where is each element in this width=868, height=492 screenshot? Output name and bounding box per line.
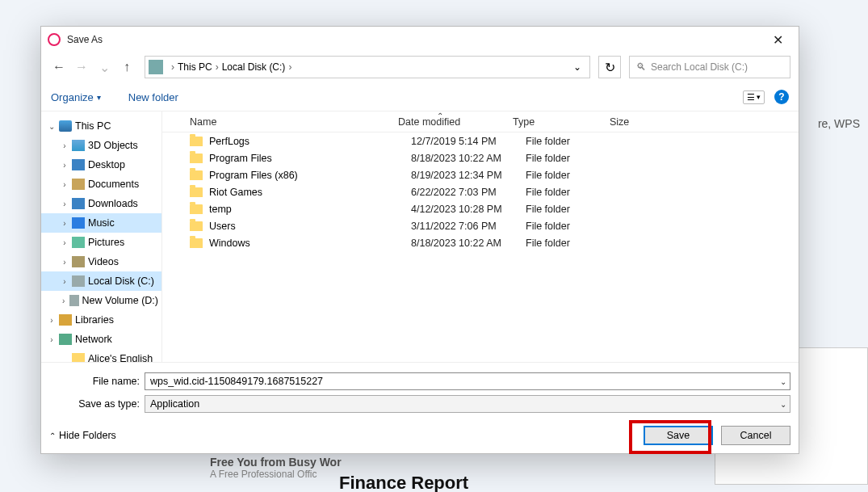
chevron-right-icon[interactable]: › [61,258,69,267]
chevron-right-icon[interactable]: › [61,161,69,170]
folder-icon [190,153,203,163]
breadcrumb-segment[interactable]: This PC [178,61,212,73]
breadcrumb[interactable]: › This PC › Local Disk (C:) › ⌄ [145,56,590,78]
drive-icon [149,60,163,74]
header-date[interactable]: Date modified [398,116,513,128]
forward-button[interactable]: → [72,57,91,77]
save-button[interactable]: Save [644,426,713,445]
cancel-button[interactable]: Cancel [721,426,790,445]
file-type: File folder [526,204,623,215]
header-name[interactable]: Name [190,116,398,128]
organize-button[interactable]: Organize ▾ [51,91,101,103]
hide-folders-button[interactable]: ⌃ Hide Folders [49,430,116,441]
tree-node-label: Downloads [88,198,138,209]
tree-node[interactable]: ›Pictures [41,233,161,252]
breadcrumb-segment[interactable]: Local Disk (C:) [222,61,286,73]
desktop-icon [72,159,85,170]
tree-node[interactable]: ›New Volume (D:) [41,291,161,310]
folder-icon [190,221,203,231]
file-type: File folder [526,136,623,147]
chevron-right-icon[interactable]: › [61,238,69,247]
tree-node[interactable]: ›Music [41,213,161,233]
file-row[interactable]: temp4/12/2023 10:28 PMFile folder [162,200,799,217]
file-row[interactable]: Program Files8/18/2023 10:22 AMFile fold… [162,149,799,166]
navbar: ← → ⌄ ↑ › This PC › Local Disk (C:) › ⌄ … [41,53,799,86]
video-icon [72,256,85,267]
tree-node-label: Network [75,334,112,345]
file-type: File folder [526,238,623,249]
up-button[interactable]: ↑ [117,57,136,77]
filename-value: wps_wid.cid-1150849179.1687515227 [150,376,323,387]
search-placeholder: Search Local Disk (C:) [651,61,748,73]
chevron-right-icon[interactable]: › [61,277,69,286]
chevron-down-icon: ▾ [757,93,761,101]
file-row[interactable]: Riot Games6/22/2022 7:03 PMFile folder [162,183,799,200]
file-rows: PerfLogs12/7/2019 5:14 PMFile folderProg… [162,132,799,251]
chevron-right-icon[interactable]: › [61,200,69,208]
file-type: File folder [526,187,623,198]
filename-input[interactable]: wps_wid.cid-1150849179.1687515227 ⌄ [145,372,790,390]
file-date: 3/11/2022 7:06 PM [411,221,526,232]
file-type: File folder [526,221,623,232]
file-row[interactable]: PerfLogs12/7/2019 5:14 PMFile folder [162,132,799,149]
tree-node[interactable]: ›Downloads [41,194,161,213]
filename-row: File name: wps_wid.cid-1150849179.168751… [49,372,790,390]
save-as-dialog: Save As ✕ ← → ⌄ ↑ › This PC › Local Disk… [40,26,799,454]
file-row[interactable]: Windows8/18/2023 10:22 AMFile folder [162,234,799,251]
file-row[interactable]: Program Files (x86)8/19/2023 12:34 PMFil… [162,166,799,183]
back-button[interactable]: ← [49,57,69,77]
chevron-down-icon[interactable]: ⌄ [780,400,786,409]
tree-node-label: 3D Objects [88,140,138,151]
tree-node-label: Documents [88,179,139,190]
header-type[interactable]: Type [513,116,610,128]
chevron-right-icon[interactable]: › [61,296,66,305]
tree-node[interactable]: ›Documents [41,175,161,194]
tree-node-label: Desktop [88,159,125,170]
tree-node[interactable]: ›Network [41,330,161,349]
chevron-right-icon[interactable]: › [61,180,69,189]
folder-icon [190,238,203,248]
file-name: Users [209,221,411,232]
view-options-button[interactable]: ☰ ▾ [743,90,765,104]
folder-icon [190,137,203,146]
pics-icon [72,237,85,248]
chevron-right-icon[interactable]: › [61,219,69,228]
tree-node[interactable]: ›3D Objects [41,136,161,155]
chevron-right-icon[interactable]: › [61,141,69,150]
tree-node[interactable]: ›Local Disk (C:) [41,271,161,291]
folder-tree[interactable]: ⌄This PC›3D Objects›Desktop›Documents›Do… [41,111,162,362]
file-row[interactable]: Users3/11/2022 7:06 PMFile folder [162,217,799,234]
help-button[interactable]: ? [774,90,789,104]
tree-node[interactable]: ⌄This PC [41,116,161,136]
dialog-bottom: File name: wps_wid.cid-1150849179.168751… [41,362,799,453]
file-list-area: Name ⌃ Date modified Type Size PerfLogs1… [162,111,799,362]
monitor-icon [59,120,72,132]
chevron-down-icon[interactable]: ⌄ [780,377,786,386]
chevron-down-icon[interactable]: ⌄ [568,61,586,73]
dialog-title: Save As [67,34,103,45]
tree-node[interactable]: ›Videos [41,252,161,271]
file-name: Windows [209,238,411,249]
chevron-right-icon: › [168,61,178,73]
lib-icon [59,314,72,326]
chevron-right-icon[interactable]: › [48,316,56,325]
header-size[interactable]: Size [610,116,666,128]
file-date: 8/18/2023 10:22 AM [411,153,526,164]
file-name: PerfLogs [209,136,411,147]
app-icon [48,33,61,46]
dialog-body: ⌄This PC›3D Objects›Desktop›Documents›Do… [41,111,799,362]
savetype-select[interactable]: Application ⌄ [145,395,790,413]
down-icon [72,198,85,209]
recent-button[interactable]: ⌄ [94,57,114,77]
bg-bottom-sub: A Free Professional Offic [210,469,342,480]
refresh-button[interactable]: ↻ [598,56,621,78]
tree-node[interactable]: ›Libraries [41,310,161,330]
close-button[interactable]: ✕ [763,32,792,48]
new-folder-button[interactable]: New folder [128,91,178,103]
tree-node[interactable]: Alice's English [41,349,161,362]
disk-icon [69,295,78,306]
chevron-down-icon[interactable]: ⌄ [48,122,56,131]
search-input[interactable]: 🔍︎ Search Local Disk (C:) [629,56,790,78]
chevron-right-icon[interactable]: › [48,335,56,344]
tree-node[interactable]: ›Desktop [41,155,161,175]
